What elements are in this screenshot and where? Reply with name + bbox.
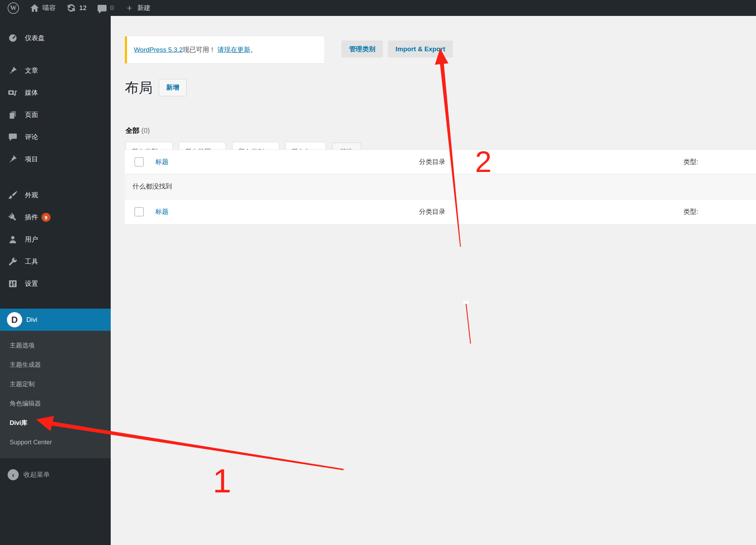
empty-message: 什么都没找到 — [133, 182, 172, 191]
pushpin-icon — [7, 65, 19, 76]
new-label: 新建 — [137, 3, 151, 12]
collapse-label: 收起菜单 — [24, 470, 50, 479]
manage-categories-button[interactable]: 管理类别 — [341, 40, 383, 57]
new-content-menu[interactable]: ＋ 新建 — [119, 0, 156, 16]
submenu-theme-options[interactable]: 主题选项 — [0, 336, 111, 355]
admin-sidebar: 仪表盘 文章 媒体 页面 评论 — [0, 16, 111, 545]
plugin-update-badge: 9 — [42, 213, 51, 222]
category-column-header: 分类目录 — [419, 157, 445, 166]
table-footer-row: 标题 分类目录 类型: — [125, 199, 756, 225]
select-all-checkbox[interactable] — [135, 207, 144, 216]
sidebar-item-label: 插件 — [25, 213, 38, 222]
submenu-role-editor[interactable]: 角色编辑器 — [0, 394, 111, 413]
layouts-table: 标题 分类目录 类型: 什么都没找到 标题 分类目录 类型: — [125, 149, 756, 225]
pages-icon — [7, 110, 19, 120]
sidebar-item-posts[interactable]: 文章 — [0, 60, 111, 82]
admin-bar: W 喵容 12 0 ＋ 新建 — [0, 0, 756, 16]
all-link[interactable]: 全部 — [126, 127, 139, 134]
update-count: 12 — [79, 4, 86, 12]
sidebar-item-projects[interactable]: 项目 — [0, 148, 111, 170]
add-new-button[interactable]: 新增 — [159, 79, 186, 96]
table-header-row: 标题 分类目录 类型: — [125, 150, 756, 174]
comments-menu[interactable]: 0 — [92, 0, 119, 16]
sidebar-item-label: 设置 — [25, 279, 38, 288]
page-actions: 管理类别 Import & Export — [341, 40, 453, 57]
empty-state-row: 什么都没找到 — [125, 174, 756, 199]
update-now-link[interactable]: 请现在更新 — [217, 46, 250, 53]
sidebar-item-label: 外观 — [25, 191, 38, 200]
menu-separator — [0, 170, 111, 184]
home-icon — [30, 4, 39, 12]
view-links: 全部 (0) — [126, 126, 150, 135]
wordpress-logo-icon: W — [8, 2, 19, 14]
category-column-footer: 分类目录 — [419, 207, 445, 216]
sidebar-item-label: 文章 — [25, 66, 38, 75]
sidebar-item-comments[interactable]: 评论 — [0, 126, 111, 148]
menu-separator — [0, 295, 111, 309]
divi-logo-icon: D — [7, 315, 22, 325]
comment-bubble-icon — [98, 5, 107, 11]
all-count-value: (0) — [142, 127, 150, 134]
sidebar-item-media[interactable]: 媒体 — [0, 82, 111, 104]
sidebar-item-label: 仪表盘 — [25, 34, 45, 43]
collapse-arrow-icon: ‹ — [8, 469, 19, 480]
select-all-checkbox[interactable] — [135, 157, 144, 166]
submenu-divi-library[interactable]: Divi库 — [0, 413, 111, 433]
sidebar-item-users[interactable]: 用户 — [0, 228, 111, 251]
menu-separator — [0, 49, 111, 60]
comments-icon — [7, 132, 19, 142]
title-column-footer[interactable]: 标题 — [155, 207, 168, 216]
user-icon — [7, 234, 19, 245]
wrench-icon — [7, 256, 19, 267]
update-notice: WordPress 5.3.2现已可用！ 请现在更新。 — [125, 36, 324, 63]
type-column-footer: 类型: — [683, 207, 698, 216]
divi-submenu: 主题选项 主题生成器 主题定制 角色编辑器 Divi库 Support Cent… — [0, 331, 111, 458]
sidebar-item-dashboard[interactable]: 仪表盘 — [0, 27, 111, 49]
sidebar-item-label: 工具 — [25, 257, 38, 266]
notice-period: 。 — [250, 46, 257, 53]
type-column-header: 类型: — [683, 157, 698, 166]
comment-count: 0 — [110, 4, 114, 12]
sidebar-item-divi[interactable]: D Divi — [0, 309, 111, 331]
sidebar-item-appearance[interactable]: 外观 — [0, 184, 111, 206]
page-title-row: 布局 新增 — [125, 79, 186, 96]
sidebar-item-label: 项目 — [25, 155, 38, 164]
notice-text: 现已可用！ — [183, 46, 216, 53]
collapse-menu-button[interactable]: ‹ 收起菜单 — [0, 466, 111, 484]
brush-icon — [7, 190, 19, 200]
sidebar-item-settings[interactable]: 设置 — [0, 273, 111, 295]
updates-icon — [67, 3, 76, 12]
site-link[interactable]: 喵容 — [25, 0, 61, 16]
sidebar-item-tools[interactable]: 工具 — [0, 251, 111, 273]
title-column-header[interactable]: 标题 — [155, 157, 168, 166]
page-title: 布局 — [125, 79, 153, 96]
sidebar-item-plugins[interactable]: 插件 9 — [0, 206, 111, 228]
sidebar-item-label: 页面 — [25, 110, 38, 119]
media-icon — [7, 88, 19, 98]
site-name: 喵容 — [43, 3, 56, 12]
settings-sliders-icon — [7, 279, 19, 289]
sidebar-item-label: Divi — [26, 316, 37, 324]
submenu-theme-builder[interactable]: 主题生成器 — [0, 355, 111, 374]
wordpress-logo-menu[interactable]: W — [0, 0, 25, 16]
import-export-button[interactable]: Import & Export — [388, 40, 453, 57]
dashboard-gauge-icon — [7, 33, 19, 43]
submenu-theme-customizer[interactable]: 主题定制 — [0, 374, 111, 394]
pushpin-icon — [7, 154, 19, 164]
plus-icon: ＋ — [125, 3, 134, 12]
updates-menu[interactable]: 12 — [61, 0, 92, 16]
sidebar-item-pages[interactable]: 页面 — [0, 104, 111, 126]
wordpress-version-link[interactable]: WordPress 5.3.2 — [134, 46, 183, 53]
sidebar-item-label: 媒体 — [25, 88, 38, 97]
submenu-support-center[interactable]: Support Center — [0, 433, 111, 452]
sidebar-item-label: 评论 — [25, 133, 38, 142]
main-content: WordPress 5.3.2现已可用！ 请现在更新。 管理类别 Import … — [111, 16, 756, 545]
plug-icon — [7, 212, 19, 222]
sidebar-item-label: 用户 — [25, 235, 38, 244]
